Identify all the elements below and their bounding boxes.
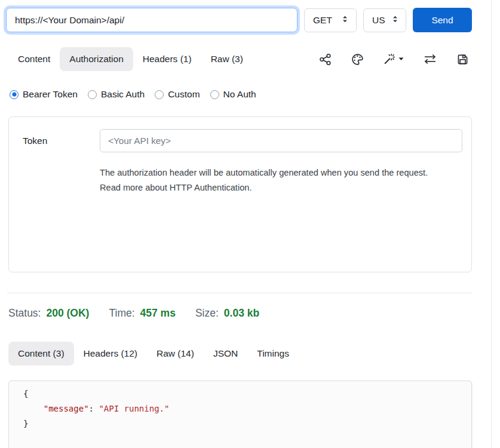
method-select[interactable]: GET <box>304 8 357 32</box>
tab-response-raw[interactable]: Raw (14) <box>147 342 204 366</box>
request-tabs: Content Authorization Headers (1) Raw (3… <box>0 47 500 71</box>
token-label: Token <box>14 136 100 146</box>
caret-down-icon <box>398 57 404 61</box>
radio-icon <box>10 90 19 99</box>
radio-icon <box>155 90 164 99</box>
response-body[interactable]: {"message": "API running."} <box>8 381 472 448</box>
request-bar: GET US Send <box>0 0 500 32</box>
save-icon[interactable] <box>456 53 469 66</box>
time-value: 457 ms <box>140 307 176 320</box>
tab-raw[interactable]: Raw (3) <box>201 47 253 71</box>
time-label: Time: <box>109 307 134 320</box>
tab-response-timings[interactable]: Timings <box>247 342 299 366</box>
size-label: Size: <box>195 307 219 320</box>
radio-label: No Auth <box>223 89 256 100</box>
radio-icon <box>210 90 219 99</box>
radio-label: Custom <box>168 89 200 100</box>
response-summary: Status: 200 (OK) Time: 457 ms Size: 0.03… <box>0 307 500 320</box>
send-button[interactable]: Send <box>413 8 472 32</box>
page-right-edge <box>491 0 492 448</box>
radio-basic-auth[interactable]: Basic Auth <box>88 89 145 100</box>
method-select-value: GET <box>313 15 332 26</box>
size-value: 0.03 kb <box>224 307 259 320</box>
section-divider <box>7 293 473 293</box>
tab-headers[interactable]: Headers (1) <box>133 47 201 71</box>
swap-arrows-icon[interactable] <box>424 54 437 65</box>
json-value: "API running." <box>99 404 169 413</box>
radio-icon <box>88 90 97 99</box>
response-json-code: {"message": "API running."} <box>23 386 471 431</box>
tab-response-json[interactable]: JSON <box>204 342 247 366</box>
auth-panel: Token The authorization header will be a… <box>8 116 472 272</box>
status-label: Status: <box>8 307 41 320</box>
up-down-arrows-icon <box>341 15 349 26</box>
url-input[interactable] <box>6 8 297 32</box>
up-down-arrows-icon <box>391 15 399 26</box>
tab-response-content[interactable]: Content (3) <box>8 342 74 366</box>
magic-wand-icon[interactable] <box>384 53 404 66</box>
token-input[interactable] <box>100 129 462 152</box>
status-value: 200 (OK) <box>46 307 89 320</box>
tab-response-headers[interactable]: Headers (12) <box>74 342 147 366</box>
code-line: { <box>23 386 471 401</box>
tab-authorization[interactable]: Authorization <box>60 47 133 71</box>
code-line: "message": "API running." <box>23 401 471 416</box>
radio-bearer-token[interactable]: Bearer Token <box>10 89 78 100</box>
radio-custom[interactable]: Custom <box>155 89 200 100</box>
code-line: } <box>23 416 471 431</box>
radio-no-auth[interactable]: No Auth <box>210 89 256 100</box>
radio-label: Basic Auth <box>101 89 145 100</box>
request-toolbar <box>319 53 500 66</box>
tab-content[interactable]: Content <box>8 47 60 71</box>
json-key: "message" <box>44 404 89 413</box>
token-help-text: The authorization header will be automat… <box>100 165 449 195</box>
auth-type-options: Bearer Token Basic Auth Custom No Auth <box>0 89 500 100</box>
palette-icon[interactable] <box>351 53 364 66</box>
location-select[interactable]: US <box>363 8 406 32</box>
response-tabs: Content (3) Headers (12) Raw (14) JSON T… <box>0 342 500 366</box>
location-select-value: US <box>372 15 385 26</box>
share-icon[interactable] <box>319 53 332 66</box>
radio-label: Bearer Token <box>23 89 78 100</box>
